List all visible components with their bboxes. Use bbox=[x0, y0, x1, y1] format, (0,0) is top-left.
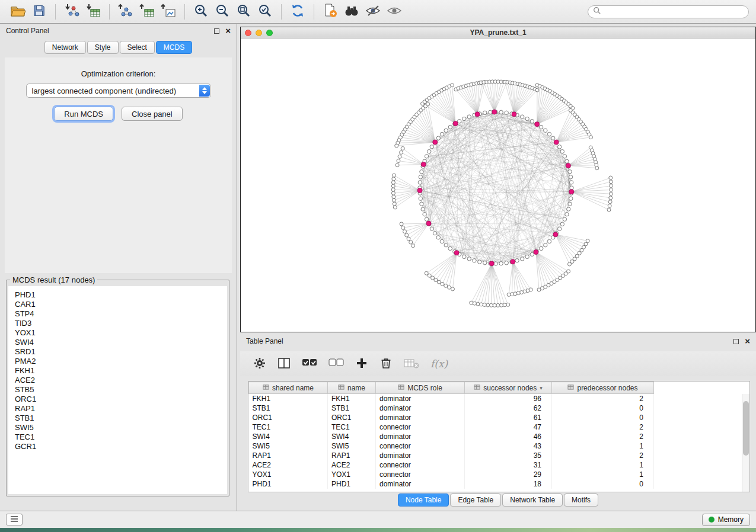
tab-select[interactable]: Select bbox=[120, 41, 155, 54]
memory-label: Memory bbox=[718, 515, 744, 524]
save-session-button[interactable] bbox=[28, 2, 50, 21]
list-icon bbox=[10, 515, 18, 524]
export-table-button[interactable] bbox=[136, 2, 158, 21]
clone-network-button[interactable] bbox=[320, 2, 341, 21]
table-row[interactable]: RAP1RAP1dominator352 bbox=[249, 451, 654, 460]
apply-layout-button[interactable] bbox=[287, 2, 308, 21]
table-row[interactable]: STB1STB1dominator620 bbox=[249, 403, 654, 413]
table-cell: 2 bbox=[552, 432, 654, 441]
close-panel-icon[interactable]: × bbox=[225, 27, 231, 34]
run-mcds-button[interactable]: Run MCDS bbox=[54, 107, 113, 121]
share-document-icon bbox=[323, 3, 338, 20]
tab-network-table[interactable]: Network Table bbox=[502, 493, 563, 507]
column-header-shared-name[interactable]: shared name bbox=[249, 382, 328, 394]
table-cell: 1 bbox=[552, 460, 654, 470]
export-image-icon bbox=[161, 3, 176, 20]
network-canvas[interactable] bbox=[241, 39, 755, 332]
table-cell: connector bbox=[376, 441, 465, 451]
export-image-button[interactable] bbox=[158, 2, 179, 21]
deselect-all-button[interactable] bbox=[328, 357, 344, 371]
column-header-name[interactable]: name bbox=[328, 382, 376, 394]
mcds-result-item[interactable]: GCR1 bbox=[15, 442, 227, 451]
import-table-button[interactable] bbox=[82, 2, 104, 21]
network-window-titlebar[interactable]: YPA_prune.txt_1 bbox=[241, 27, 755, 39]
table-row[interactable]: SWI4SWI4dominator462 bbox=[249, 432, 654, 441]
column-header-mcds-role[interactable]: MCDS role bbox=[376, 382, 465, 394]
memory-button[interactable]: Memory bbox=[702, 514, 750, 526]
table-cell: STB1 bbox=[328, 403, 376, 413]
show-graphics-details-button[interactable] bbox=[362, 2, 384, 21]
table-cell: dominator bbox=[376, 432, 465, 441]
mcds-result-item[interactable]: PMA2 bbox=[15, 357, 227, 366]
mcds-result-item[interactable]: PHD1 bbox=[15, 290, 227, 300]
float-panel-icon[interactable] bbox=[214, 28, 219, 34]
mcds-result-item[interactable]: ORC1 bbox=[15, 395, 227, 404]
show-hide-button[interactable] bbox=[384, 2, 405, 21]
zoom-in-button[interactable] bbox=[190, 2, 212, 21]
float-table-panel-icon[interactable] bbox=[733, 339, 739, 344]
toolbar-separator bbox=[55, 4, 56, 20]
task-history-button[interactable] bbox=[6, 514, 23, 525]
mcds-result-item[interactable]: YOX1 bbox=[15, 328, 227, 338]
table-row[interactable]: ORC1ORC1dominator610 bbox=[249, 413, 654, 422]
table-row[interactable]: SWI5SWI5connector431 bbox=[249, 441, 654, 451]
zoom-selected-button[interactable] bbox=[254, 2, 276, 21]
close-panel-button[interactable]: Close panel bbox=[122, 107, 183, 121]
mcds-result-item[interactable]: TID3 bbox=[15, 319, 227, 328]
export-network-button[interactable] bbox=[115, 2, 136, 21]
main-toolbar bbox=[0, 0, 756, 24]
column-header-successor-nodes[interactable]: successor nodes▾ bbox=[465, 382, 552, 394]
status-bar: Memory bbox=[0, 511, 756, 528]
mcds-result-item[interactable]: CAR1 bbox=[15, 300, 227, 309]
table-cell: 2 bbox=[552, 451, 654, 460]
mcds-result-item[interactable]: SWI5 bbox=[15, 423, 227, 432]
table-row[interactable]: ACE2ACE2connector311 bbox=[249, 460, 654, 470]
tab-motifs[interactable]: Motifs bbox=[564, 493, 598, 507]
mcds-result-item[interactable]: STB5 bbox=[15, 385, 227, 395]
find-button[interactable] bbox=[341, 2, 362, 21]
show-columns-button[interactable] bbox=[277, 357, 291, 371]
table-row[interactable]: TEC1TEC1connector472 bbox=[249, 422, 654, 432]
mcds-result-item[interactable]: SWI4 bbox=[15, 338, 227, 347]
table-row[interactable]: PHD1PHD1dominator180 bbox=[249, 479, 654, 489]
table-cell: SWI4 bbox=[328, 432, 376, 441]
search-box[interactable] bbox=[588, 5, 749, 18]
mcds-result-item[interactable]: RAP1 bbox=[15, 404, 227, 414]
table-row[interactable]: YOX1YOX1connector291 bbox=[249, 470, 654, 479]
table-row[interactable]: FKH1FKH1dominator962 bbox=[249, 394, 654, 403]
mcds-result-item[interactable]: STB1 bbox=[15, 414, 227, 423]
add-column-button[interactable] bbox=[355, 357, 368, 371]
open-file-button[interactable] bbox=[7, 2, 28, 21]
close-table-panel-icon[interactable]: × bbox=[745, 338, 750, 345]
eye-slash-icon bbox=[365, 3, 381, 20]
delete-table-icon bbox=[404, 357, 419, 371]
mcds-result-item[interactable]: SRD1 bbox=[15, 347, 227, 357]
mcds-panel-body: Optimization criterion: largest connecte… bbox=[5, 57, 232, 273]
tab-edge-table[interactable]: Edge Table bbox=[450, 493, 501, 507]
plus-icon bbox=[355, 357, 368, 371]
column-header-predecessor-nodes[interactable]: predecessor nodes bbox=[552, 382, 654, 394]
tab-network[interactable]: Network bbox=[44, 41, 86, 54]
table-cell: YOX1 bbox=[249, 470, 328, 479]
select-all-button[interactable] bbox=[302, 357, 317, 371]
table-scrollbar[interactable] bbox=[742, 394, 749, 492]
tab-style[interactable]: Style bbox=[87, 41, 119, 54]
zoom-fit-button[interactable] bbox=[233, 2, 254, 21]
mcds-result-item[interactable]: STP4 bbox=[15, 309, 227, 319]
mcds-result-item[interactable]: TEC1 bbox=[15, 432, 227, 442]
table-cell: 0 bbox=[552, 479, 654, 489]
mcds-result-item[interactable]: FKH1 bbox=[15, 366, 227, 376]
network-region: YPA_prune.txt_1 Table Panel × f(x) s bbox=[240, 24, 756, 511]
import-network-button[interactable] bbox=[61, 2, 82, 21]
zoom-out-button[interactable] bbox=[212, 2, 233, 21]
criterion-select[interactable]: largest connected component (undirected) bbox=[26, 84, 211, 98]
tab-node-table[interactable]: Node Table bbox=[398, 493, 449, 507]
tab-mcds[interactable]: MCDS bbox=[156, 41, 192, 54]
table-settings-button[interactable] bbox=[253, 357, 266, 371]
search-input[interactable] bbox=[604, 8, 744, 16]
table-panel: Table Panel × f(x) shared name name MCDS bbox=[240, 335, 756, 511]
scrollbar-thumb[interactable] bbox=[743, 401, 749, 456]
delete-column-button[interactable] bbox=[379, 357, 393, 371]
sort-desc-icon[interactable]: ▾ bbox=[540, 385, 543, 391]
mcds-result-item[interactable]: ACE2 bbox=[15, 376, 227, 385]
